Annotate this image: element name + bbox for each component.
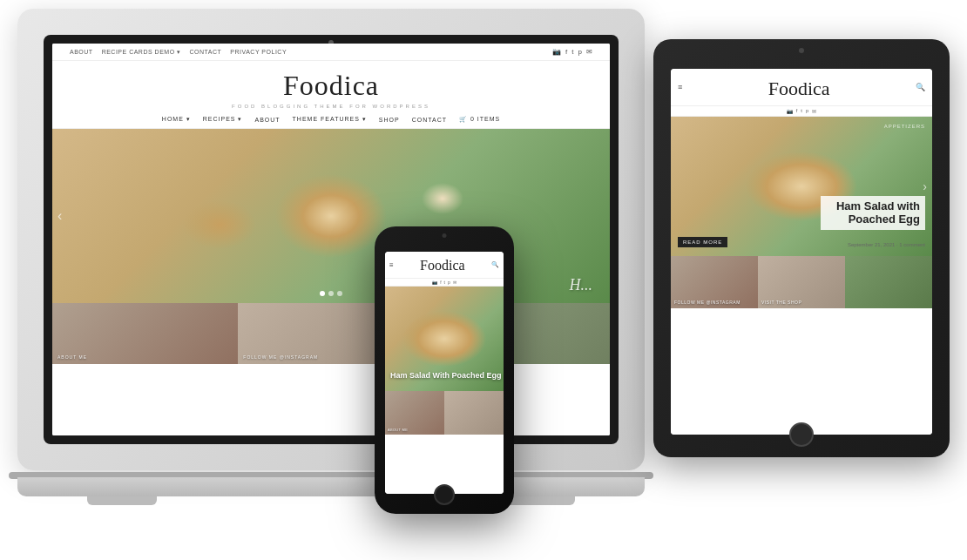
laptop-nav-privacy[interactable]: PRIVACY POLICY [230,49,287,56]
tablet-pinterest-icon[interactable]: p [806,108,808,114]
laptop-hero: ‹ H... [52,129,610,303]
laptop-bezel: ABOUT RECIPE CARDS DEMO ▾ CONTACT PRIVAC… [44,35,619,444]
laptop-mainnav-recipes[interactable]: RECIPES ▾ [203,116,243,123]
tablet-thumbnails: FOLLOW ME @INSTAGRAM VISIT THE SHOP [671,256,932,308]
facebook-icon[interactable]: f [565,48,567,56]
phone-topbar: ≡ Foodica 🔍 [385,252,504,279]
laptop-nav-recipes[interactable]: RECIPE CARDS DEMO ▾ [102,49,181,56]
tablet-twitter-icon[interactable]: t [801,108,802,114]
phone-home-button[interactable] [434,484,455,505]
laptop-nav-contact[interactable]: CONTACT [190,49,222,56]
phone-device: ≡ Foodica 🔍 📷 f t p ✉ [375,226,514,514]
laptop-tagline: Food Blogging Theme for WordPress [52,104,610,109]
phone-hero: Ham Salad With Poached Egg [385,287,504,391]
laptop-nav-about[interactable]: ABOUT [70,49,93,56]
tablet-hero-title: Ham Salad with Poached Egg [821,196,925,230]
tablet-screen: ≡ Foodica 🔍 📷 f t p ✉ [671,69,932,435]
tablet-instagram-icon[interactable]: 📷 [787,108,793,114]
phone-twitter-icon[interactable]: t [444,280,445,285]
laptop-device: ABOUT RECIPE CARDS DEMO ▾ CONTACT PRIVAC… [17,9,645,514]
tablet-hero-label: Appetizers [884,124,925,129]
twitter-icon[interactable]: t [571,48,573,56]
phone-thumbnails: ABOUT ME [385,391,504,435]
tablet-menu-icon[interactable]: ≡ [678,83,682,91]
tablet-site: ≡ Foodica 🔍 📷 f t p ✉ [671,69,932,435]
tablet-thumb-3 [845,256,932,308]
instagram-icon[interactable]: 📷 [552,48,561,56]
laptop-foot-right [505,496,575,505]
tablet-logo-area: Foodica [768,72,830,102]
laptop-body: ABOUT RECIPE CARDS DEMO ▾ CONTACT PRIVAC… [17,9,645,470]
laptop-hero-dot-1[interactable] [320,291,325,296]
laptop-mainnav: HOME ▾ RECIPES ▾ ABOUT THEME FEATURES ▾ … [52,111,610,129]
laptop-topbar-icons: 📷 f t p ✉ [552,48,592,56]
laptop-mainnav-themefeatures[interactable]: THEME FEATURES ▾ [293,116,367,123]
laptop-foot-left [87,496,157,505]
phone-thumb-2 [444,391,504,435]
tablet-thumb-2-label: VISIT THE SHOP [761,300,801,305]
phone-email-icon[interactable]: ✉ [453,280,456,285]
phone-thumb-1-label: ABOUT ME [388,428,408,432]
tablet-hero-meta: September 21, 2021 · 1 comment [848,242,925,247]
tablet-thumb-1: FOLLOW ME @INSTAGRAM [671,256,758,308]
tablet-search-icon[interactable]: 🔍 [916,83,925,91]
phone-site: ≡ Foodica 🔍 📷 f t p ✉ [385,252,504,494]
tablet-thumb-1-label: FOLLOW ME @INSTAGRAM [674,300,740,305]
laptop-hero-food-bg [52,129,610,303]
laptop-logo-area: Foodica Food Blogging Theme for WordPres… [52,61,610,111]
email-icon[interactable]: ✉ [586,48,592,56]
laptop-hero-dot-3[interactable] [337,291,342,296]
tablet-email-icon[interactable]: ✉ [812,108,816,114]
laptop-hero-dots [320,291,342,296]
phone-search-icon[interactable]: 🔍 [491,261,499,268]
laptop-logo: Foodica [52,70,610,102]
phone-logo: Foodica [420,258,465,273]
phone-social-bar: 📷 f t p ✉ [385,279,504,287]
laptop-topbar-nav: ABOUT RECIPE CARDS DEMO ▾ CONTACT PRIVAC… [70,49,287,56]
tablet-read-more-button[interactable]: READ MORE [678,237,727,247]
laptop-hero-prev-arrow[interactable]: ‹ [57,208,62,224]
laptop-hero-dot-2[interactable] [328,291,334,296]
phone-screen: ≡ Foodica 🔍 📷 f t p ✉ [385,252,504,494]
phone-thumb-1: ABOUT ME [385,391,444,435]
tablet-social-bar: 📷 f t p ✉ [671,106,932,117]
tablet-body: ≡ Foodica 🔍 📷 f t p ✉ [653,39,950,457]
phone-instagram-icon[interactable]: 📷 [432,280,437,285]
tablet-facebook-icon[interactable]: f [796,108,798,114]
phone-logo-area: Foodica [420,254,465,275]
laptop-mainnav-contact[interactable]: CONTACT [412,117,447,123]
tablet-camera [799,48,804,53]
phone-menu-icon[interactable]: ≡ [389,261,394,269]
laptop-thumb-1: ABOUT ME [52,303,238,364]
laptop-screen: ABOUT RECIPE CARDS DEMO ▾ CONTACT PRIVAC… [52,44,610,435]
tablet-hero-food-bg [671,117,932,256]
laptop-thumb-1-label: ABOUT ME [57,354,87,360]
phone-body: ≡ Foodica 🔍 📷 f t p ✉ [375,226,514,514]
phone-camera [443,233,447,238]
tablet-hero: Appetizers Ham Salad with Poached Egg Se… [671,117,932,256]
tablet-hero-next-arrow[interactable]: › [923,179,927,193]
pinterest-icon[interactable]: p [578,48,582,56]
tablet-device: ≡ Foodica 🔍 📷 f t p ✉ [653,39,950,457]
laptop-thumb-2-label: FOLLOW ME @INSTAGRAM [243,354,318,360]
tablet-logo: Foodica [768,78,830,99]
laptop-topbar: ABOUT RECIPE CARDS DEMO ▾ CONTACT PRIVAC… [52,44,610,61]
laptop-site: ABOUT RECIPE CARDS DEMO ▾ CONTACT PRIVAC… [52,44,610,435]
phone-facebook-icon[interactable]: f [440,280,441,285]
laptop-mainnav-shop[interactable]: SHOP [379,117,400,123]
laptop-thumbnails: ABOUT ME FOLLOW ME @INSTAGRAM [52,303,610,364]
laptop-mainnav-cart[interactable]: 🛒 0 ITEMS [459,116,500,123]
tablet-topbar: ≡ Foodica 🔍 [671,69,932,106]
scene: ABOUT RECIPE CARDS DEMO ▾ CONTACT PRIVAC… [0,0,967,560]
tablet-home-button[interactable] [789,422,814,447]
phone-hero-title: Ham Salad With Poached Egg [390,371,501,381]
phone-pinterest-icon[interactable]: p [448,280,450,285]
laptop-mainnav-home[interactable]: HOME ▾ [162,116,191,123]
laptop-hero-overlay: H... [570,276,593,294]
laptop-base [17,477,645,496]
tablet-thumb-2: VISIT THE SHOP [758,256,845,308]
laptop-mainnav-about[interactable]: ABOUT [254,117,280,123]
